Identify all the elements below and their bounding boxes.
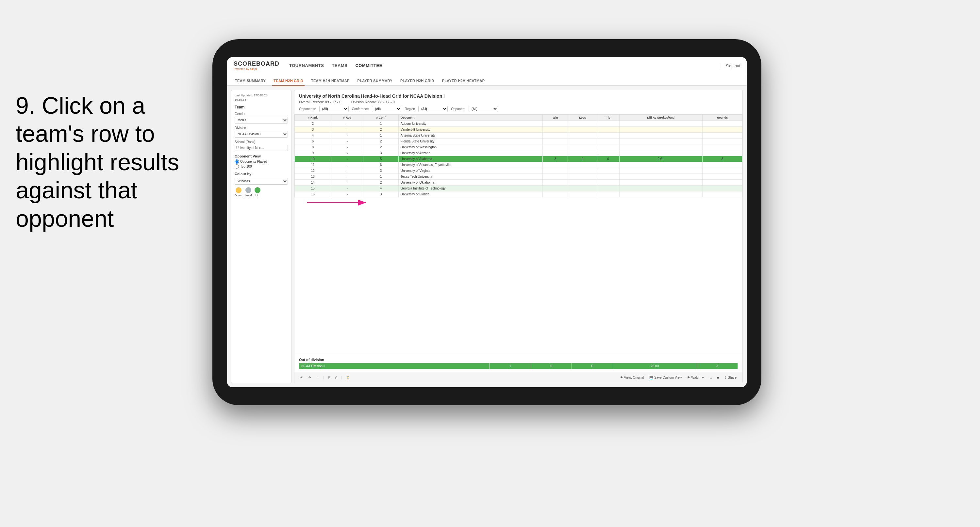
gender-label: Gender	[235, 112, 288, 116]
school-rank-label: School (Rank)	[235, 140, 288, 144]
out-of-div-win: 1	[490, 363, 531, 369]
paste-button[interactable]: ⎙	[334, 375, 339, 380]
out-of-division-table: NCAA Division II 1 0 0 26.00 3	[299, 363, 738, 369]
table-row[interactable]: 9-3University of Arizona	[295, 150, 743, 156]
right-panel: University of North Carolina Head-to-Hea…	[294, 90, 743, 383]
col-tie: Tie	[597, 115, 619, 121]
col-loss: Loss	[568, 115, 597, 121]
radio-opponents-played[interactable]: Opponents Played	[235, 159, 288, 164]
region-filter-select[interactable]: (All)	[418, 106, 448, 112]
top-nav: SCOREBOARD Powered by clippi TOURNAMENTS…	[227, 57, 747, 74]
out-of-div-loss: 0	[531, 363, 571, 369]
save-custom-view-button[interactable]: 💾 Save Custom View	[648, 375, 683, 380]
gender-select[interactable]: Men's	[235, 117, 288, 124]
tab-team-h2h-grid[interactable]: TEAM H2H GRID	[272, 76, 305, 86]
table-row[interactable]: 3-2Vanderbilt University	[295, 127, 743, 133]
opponent-view-title: Opponent View	[235, 154, 288, 158]
legend-up: Up	[255, 187, 261, 197]
grid-filters: Opponents: (All) Conference (All) Region…	[299, 106, 738, 112]
grid-title: University of North Carolina Head-to-Hea…	[299, 94, 738, 99]
nav-links: TOURNAMENTS TEAMS COMMITTEE	[286, 62, 720, 69]
bottom-toolbar: ↶ ↷ ← | ⎘ ⎙ | ⏳ 👁 View: Original 💾 S	[294, 372, 743, 383]
logo-area: SCOREBOARD Powered by clippi	[234, 61, 279, 70]
out-of-division-row[interactable]: NCAA Division II 1 0 0 26.00 3	[299, 363, 738, 369]
school-rank-input[interactable]	[235, 145, 288, 151]
share-button[interactable]: ⇧ Share	[723, 375, 738, 380]
tab-team-h2h-heatmap[interactable]: TEAM H2H HEATMAP	[310, 76, 351, 86]
grid-records: Overall Record: 89 - 17 - 0 Division Rec…	[299, 100, 738, 104]
table-row[interactable]: 10-5University of Alabama3002.618	[295, 156, 743, 162]
grid-table-container: # Rank # Reg # Conf Opponent Win Loss Ti…	[294, 115, 743, 355]
left-panel: Last Updated: 27/03/2024 16:55:38 Team G…	[231, 90, 291, 383]
share-icon: ⇧	[724, 376, 727, 379]
table-row[interactable]: 2-1Auburn University	[295, 121, 743, 127]
view-original-button[interactable]: 👁 View: Original	[619, 375, 646, 380]
legend-dot-up	[255, 187, 261, 193]
instruction-text: 9. Click on a team's row to highlight re…	[16, 91, 186, 232]
device-screen: SCOREBOARD Powered by clippi TOURNAMENTS…	[227, 57, 747, 387]
legend-dot-down	[235, 187, 242, 193]
col-rounds: Rounds	[702, 115, 742, 121]
table-row[interactable]: 14-2University of Oklahoma	[295, 180, 743, 186]
save-icon: 💾	[649, 376, 653, 379]
out-of-div-rounds: 3	[697, 363, 738, 369]
redo-button[interactable]: ↷	[307, 375, 312, 380]
table-row[interactable]: 4-1Arizona State University	[295, 133, 743, 139]
table-row[interactable]: 15-4Georgia Institute of Technology	[295, 186, 743, 191]
device: SCOREBOARD Powered by clippi TOURNAMENTS…	[212, 39, 761, 405]
out-of-div-tie: 0	[572, 363, 613, 369]
undo-button[interactable]: ↶	[299, 375, 304, 380]
back-button[interactable]: ←	[315, 375, 321, 380]
last-updated: Last Updated: 27/03/2024 16:55:38	[235, 94, 288, 102]
sign-out-area: | Sign out	[720, 63, 740, 68]
toolbar-icon-1[interactable]: □	[708, 375, 713, 380]
colour-by-title: Colour by	[235, 172, 288, 176]
logo-sub: Powered by clippi	[234, 67, 279, 70]
tab-team-summary[interactable]: TEAM SUMMARY	[234, 76, 267, 86]
table-row[interactable]: 13-1Texas Tech University	[295, 174, 743, 180]
region-filter-label: Region	[404, 107, 415, 111]
col-opponent: Opponent	[398, 115, 542, 121]
col-win: Win	[543, 115, 568, 121]
sign-out-button[interactable]: Sign out	[726, 64, 740, 68]
radio-top100[interactable]: Top 100	[235, 164, 288, 169]
nav-teams[interactable]: TEAMS	[332, 62, 347, 69]
overall-record: Overall Record: 89 - 17 - 0	[299, 100, 342, 104]
legend-down: Down	[235, 187, 242, 197]
col-reg: # Reg	[331, 115, 363, 121]
conference-filter-select[interactable]: (All)	[372, 106, 401, 112]
watch-button[interactable]: 👁 Watch ▼	[686, 375, 706, 380]
table-row[interactable]: 11-6University of Arkansas, Fayetteville	[295, 162, 743, 168]
legend-row: Down Level Up	[235, 187, 288, 197]
division-label: Division	[235, 126, 288, 130]
tab-player-summary[interactable]: PLAYER SUMMARY	[356, 76, 394, 86]
table-row[interactable]: 6-2Florida State University	[295, 139, 743, 145]
opponents-filter-label: Opponents:	[299, 107, 316, 111]
eye-icon: 👁	[687, 376, 690, 379]
grid-header: University of North Carolina Head-to-Hea…	[294, 90, 743, 115]
sub-nav: TEAM SUMMARY TEAM H2H GRID TEAM H2H HEAT…	[227, 74, 747, 86]
nav-tournaments[interactable]: TOURNAMENTS	[289, 62, 324, 69]
division-record: Division Record: 88 - 17 - 0	[351, 100, 395, 104]
table-row[interactable]: 12-3University of Virginia	[295, 168, 743, 174]
copy-button[interactable]: ⎘	[327, 375, 331, 380]
col-diff: Diff Av Strokes/Rnd	[619, 115, 702, 121]
nav-committee[interactable]: COMMITTEE	[355, 62, 382, 69]
colour-by-select[interactable]: Win/loss	[235, 178, 288, 185]
clock-button[interactable]: ⏳	[344, 375, 351, 380]
tab-player-h2h-grid[interactable]: PLAYER H2H GRID	[399, 76, 436, 86]
grid-table: # Rank # Reg # Conf Opponent Win Loss Ti…	[294, 115, 743, 197]
toolbar-icon-2[interactable]: ■	[716, 375, 720, 380]
table-row[interactable]: 16-3University of Florida	[295, 191, 743, 197]
division-select[interactable]: NCAA Division I	[235, 131, 288, 137]
logo-text: SCOREBOARD	[234, 61, 279, 67]
table-row[interactable]: 8-2University of Washington	[295, 145, 743, 150]
legend-level: Level	[245, 187, 252, 197]
conference-filter-label: Conference	[352, 107, 369, 111]
view-icon: 👁	[620, 376, 623, 379]
main-content: Last Updated: 27/03/2024 16:55:38 Team G…	[227, 86, 747, 387]
opponent-filter-select[interactable]: (All)	[469, 106, 498, 112]
opponents-filter-select[interactable]: (All)	[319, 106, 349, 112]
tab-player-h2h-heatmap[interactable]: PLAYER H2H HEATMAP	[441, 76, 486, 86]
legend-dot-level	[245, 187, 251, 193]
